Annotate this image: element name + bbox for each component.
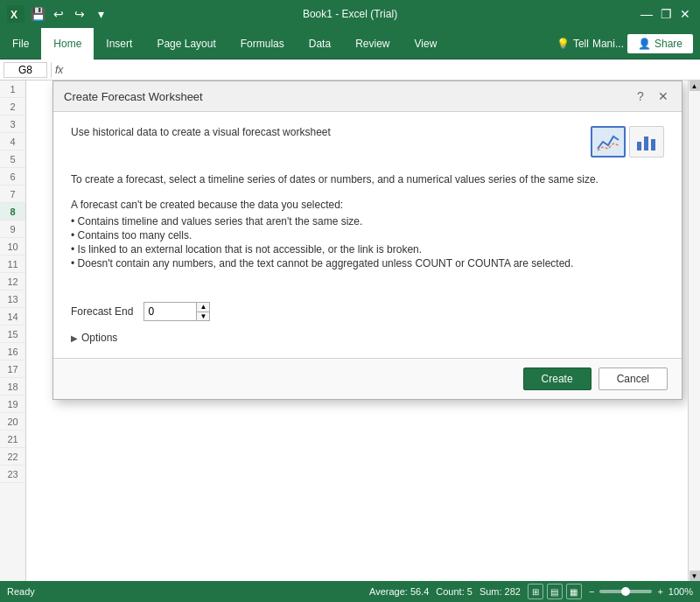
forecast-end-label: Forecast End <box>71 305 133 318</box>
average-stat: Average: 56.4 <box>369 586 429 597</box>
svg-rect-2 <box>637 142 641 150</box>
dialog-title-bar: Create Forecast Worksheet ? ✕ <box>53 81 682 112</box>
row-num-14: 14 <box>0 308 25 326</box>
person-icon: 👤 <box>638 38 651 50</box>
bar-chart-icon[interactable] <box>629 126 664 158</box>
sheet-content: Create Forecast Worksheet ? ✕ Use histor… <box>26 80 688 581</box>
row-numbers: 1 2 3 4 5 6 7 8 9 10 11 12 13 14 15 16 1… <box>0 80 26 581</box>
tab-review[interactable]: Review <box>343 28 402 60</box>
dialog-help-button[interactable]: ? <box>633 88 648 104</box>
tab-home[interactable]: Home <box>41 28 94 60</box>
forecast-end-input-wrapper: ▲ ▼ <box>144 302 210 321</box>
view-icons: ⊞ ▤ ▦ <box>528 584 582 599</box>
tab-data[interactable]: Data <box>297 28 343 60</box>
redo-icon[interactable]: ↪ <box>72 6 88 22</box>
normal-view-icon[interactable]: ⊞ <box>528 584 543 599</box>
zoom-plus-button[interactable]: + <box>657 586 662 597</box>
row-num-2: 2 <box>0 98 25 116</box>
tab-file[interactable]: File <box>0 28 41 60</box>
row-num-12: 12 <box>0 273 25 290</box>
dialog-title: Create Forecast Worksheet <box>64 90 203 103</box>
tell-label: Tell <box>573 38 589 50</box>
row-num-20: 20 <box>0 413 25 430</box>
dialog-error-title: A forecast can't be created because the … <box>71 199 664 211</box>
tab-view[interactable]: View <box>402 28 450 60</box>
row-num-15: 15 <box>0 326 25 343</box>
zoom-level-label: 100% <box>668 586 693 597</box>
dialog-info-text: To create a forecast, select a timeline … <box>71 172 664 188</box>
forecast-end-input[interactable] <box>144 302 196 321</box>
excel-logo: X <box>7 5 24 23</box>
row-num-16: 16 <box>0 343 25 360</box>
tab-formulas[interactable]: Formulas <box>228 28 297 60</box>
dialog-header-row: Use historical data to create a visual f… <box>71 126 664 158</box>
spin-up-button[interactable]: ▲ <box>197 303 209 312</box>
dialog-close-button[interactable]: ✕ <box>655 88 671 104</box>
title-bar: X 💾 ↩ ↪ ▾ Book1 - Excel (Trial) — ❐ ✕ <box>0 0 700 28</box>
dialog-error-list: Contains timeline and values series that… <box>71 214 664 270</box>
scroll-up-button[interactable]: ▲ <box>690 80 700 91</box>
error-item-1: Contains timeline and values series that… <box>71 214 664 228</box>
expand-triangle-icon: ▶ <box>71 333 78 343</box>
row-num-22: 22 <box>0 448 25 466</box>
forecast-end-row: Forecast End ▲ ▼ <box>71 288 664 321</box>
row-num-8: 8 <box>0 203 25 220</box>
options-label: Options <box>81 332 117 344</box>
options-expand[interactable]: ▶ Options <box>71 332 664 344</box>
status-left: Ready <box>7 586 35 597</box>
tab-page-layout[interactable]: Page Layout <box>144 28 228 60</box>
line-chart-icon[interactable] <box>591 126 626 158</box>
row-num-9: 9 <box>0 220 25 238</box>
spin-down-button[interactable]: ▼ <box>197 312 209 321</box>
svg-rect-4 <box>651 139 655 150</box>
row-num-7: 7 <box>0 186 25 203</box>
zoom-controls: − + 100% <box>589 586 693 597</box>
close-icon[interactable]: ✕ <box>677 6 693 22</box>
vertical-scrollbar[interactable]: ▲ ▼ <box>688 80 700 581</box>
restore-icon[interactable]: ❐ <box>658 6 674 22</box>
page-layout-view-icon[interactable]: ▤ <box>547 584 563 599</box>
ready-status: Ready <box>7 586 35 597</box>
mani-label: Mani... <box>592 38 624 50</box>
create-button[interactable]: Create <box>523 368 592 390</box>
fx-label: fx <box>55 64 63 76</box>
svg-rect-3 <box>644 136 648 150</box>
cancel-button[interactable]: Cancel <box>598 368 668 390</box>
zoom-minus-button[interactable]: − <box>589 586 594 597</box>
row-num-18: 18 <box>0 378 25 396</box>
error-item-3: Is linked to an external location that i… <box>71 242 664 256</box>
count-stat: Count: 5 <box>436 586 472 597</box>
ribbon-right: 💡 Tell Mani... 👤 Share <box>556 34 700 53</box>
row-num-5: 5 <box>0 150 25 168</box>
formula-bar: fx <box>0 60 700 80</box>
dialog-description: Use historical data to create a visual f… <box>71 126 577 138</box>
row-num-1: 1 <box>0 80 25 98</box>
status-bar: Ready Average: 56.4 Count: 5 Sum: 282 ⊞ … <box>0 581 700 602</box>
dialog-body: Use historical data to create a visual f… <box>53 112 682 358</box>
status-right: Average: 56.4 Count: 5 Sum: 282 ⊞ ▤ ▦ − … <box>369 584 693 599</box>
zoom-thumb <box>621 587 630 596</box>
ribbon: File Home Insert Page Layout Formulas Da… <box>0 28 700 60</box>
formula-divider <box>51 62 52 78</box>
tell-area[interactable]: 💡 Tell Mani... <box>556 38 624 50</box>
lightbulb-icon: 💡 <box>556 38 570 50</box>
customize-qat-icon[interactable]: ▾ <box>93 6 108 22</box>
error-item-4: Doesn't contain any numbers, and the tex… <box>71 256 664 270</box>
error-item-2: Contains too many cells. <box>71 228 664 242</box>
cell-reference-input[interactable] <box>4 62 47 78</box>
window-title: Book1 - Excel (Trial) <box>303 8 397 20</box>
undo-icon[interactable]: ↩ <box>51 6 66 22</box>
sum-stat: Sum: 282 <box>480 586 521 597</box>
svg-text:X: X <box>10 9 18 21</box>
scroll-down-button[interactable]: ▼ <box>690 570 700 581</box>
dialog-footer: Create Cancel <box>53 358 682 399</box>
title-bar-controls: — ❐ ✕ <box>639 6 693 22</box>
tab-insert[interactable]: Insert <box>94 28 144 60</box>
zoom-slider[interactable] <box>599 590 652 593</box>
minimize-icon[interactable]: — <box>639 6 654 22</box>
save-icon[interactable]: 💾 <box>30 6 46 22</box>
dialog-error-section: A forecast can't be created because the … <box>71 199 664 270</box>
forecast-dialog: Create Forecast Worksheet ? ✕ Use histor… <box>52 80 682 400</box>
share-button[interactable]: 👤 Share <box>627 34 693 53</box>
page-break-view-icon[interactable]: ▦ <box>566 584 582 599</box>
